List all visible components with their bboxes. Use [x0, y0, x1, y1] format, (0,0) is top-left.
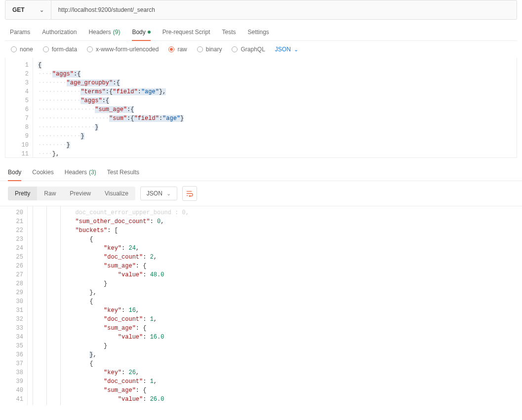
- line-number: 3: [5, 78, 29, 87]
- tab-prerequest[interactable]: Pre-request Script: [162, 26, 210, 40]
- line-number: 1: [5, 61, 29, 70]
- http-method-select[interactable]: GET ⌄: [5, 0, 51, 19]
- code-line: ············"aggs":{: [38, 96, 512, 105]
- body-graphql[interactable]: GraphQL: [232, 46, 265, 53]
- tab-headers[interactable]: Headers (9): [88, 26, 120, 40]
- line-number: 9: [5, 132, 29, 141]
- code-line: },: [33, 288, 517, 297]
- view-raw[interactable]: Raw: [37, 187, 63, 200]
- line-number: 36: [0, 350, 23, 359]
- radio-label: raw: [177, 46, 187, 53]
- code-line: ········"age_groupby":{: [38, 78, 512, 87]
- resp-tab-testresults[interactable]: Test Results: [107, 166, 139, 181]
- chevron-down-icon: ⌄: [40, 7, 44, 13]
- line-number: 38: [0, 368, 23, 377]
- line-number: 27: [0, 270, 23, 279]
- line-number: 30: [0, 297, 23, 306]
- line-number: 22: [0, 226, 23, 235]
- code-line: ············}: [38, 132, 512, 141]
- tab-label: Headers: [65, 169, 87, 176]
- tab-label: Body: [8, 169, 21, 176]
- tab-body[interactable]: Body: [132, 26, 150, 40]
- code-line: "sum_age": {: [33, 324, 517, 333]
- body-raw[interactable]: raw: [168, 46, 187, 53]
- indent-guide: [46, 206, 47, 405]
- view-visualize[interactable]: Visualize: [98, 187, 135, 200]
- line-number: 35: [0, 342, 23, 350]
- code-line: "sum_age": {: [33, 386, 517, 395]
- tab-label: Body: [132, 29, 145, 36]
- radio-icon: [87, 46, 93, 52]
- code-line: {: [33, 359, 517, 368]
- line-number: 4: [5, 87, 29, 96]
- line-number: 10: [5, 141, 29, 150]
- code-line: {: [33, 235, 517, 244]
- tab-label: Headers: [88, 29, 111, 36]
- code-line: ····················"sum":{"field":"age"…: [38, 114, 512, 123]
- tab-label: Tests: [222, 29, 236, 36]
- tab-label: Pre-request Script: [162, 29, 210, 36]
- code-line: }: [33, 279, 517, 288]
- code-line: {: [33, 297, 517, 306]
- tab-tests[interactable]: Tests: [222, 26, 236, 40]
- line-number: 29: [0, 288, 23, 297]
- response-tabs: Body Cookies Headers(3) Test Results: [0, 161, 522, 181]
- response-view-buttons: Pretty Raw Preview Visualize: [8, 187, 135, 200]
- line-number: 20: [0, 208, 23, 217]
- code-line: "doc_count": 1,: [33, 315, 517, 324]
- code-line: "key": 24,: [33, 244, 517, 253]
- response-format-select[interactable]: JSON ⌄: [140, 187, 177, 200]
- line-wrap-button[interactable]: [182, 186, 197, 201]
- code-line: },: [33, 350, 517, 359]
- resp-tab-body[interactable]: Body: [8, 166, 21, 181]
- response-code-area[interactable]: 20 21 22 23 24 25 26 27 28 29 30 31 32 3…: [0, 206, 522, 405]
- request-gutter: 1 2 3 4 5 6 7 8 9 10 11: [5, 58, 33, 157]
- tab-authorization[interactable]: Authorization: [42, 26, 77, 40]
- line-number: 23: [0, 235, 23, 244]
- resp-tab-cookies[interactable]: Cookies: [32, 166, 53, 181]
- request-code-area[interactable]: 1 2 3 4 5 6 7 8 9 10 11 { ····"aggs":{ ·…: [5, 58, 517, 157]
- line-number: 32: [0, 315, 23, 324]
- tab-params[interactable]: Params: [10, 26, 30, 40]
- code-line: ····"aggs":{: [38, 70, 512, 78]
- tab-label: Test Results: [107, 169, 139, 176]
- radio-icon: [43, 46, 49, 52]
- code-line: {: [38, 61, 512, 70]
- tab-settings[interactable]: Settings: [248, 26, 269, 40]
- view-pretty[interactable]: Pretty: [8, 187, 37, 200]
- body-binary[interactable]: binary: [197, 46, 222, 53]
- view-preview[interactable]: Preview: [63, 187, 98, 200]
- line-number: 41: [0, 395, 23, 404]
- code-line: "sum_other_doc_count": 0,: [33, 217, 517, 226]
- response-format-value: JSON: [147, 190, 162, 197]
- code-line: doc_count_error_upper_bound : 0,: [33, 208, 517, 217]
- tab-label: Params: [10, 29, 30, 36]
- code-line: ················"sum_age":{: [38, 105, 512, 114]
- code-line: "value": 16.0: [33, 333, 517, 342]
- line-number: 24: [0, 244, 23, 253]
- body-none[interactable]: none: [11, 46, 33, 53]
- body-form-data[interactable]: form-data: [43, 46, 77, 53]
- code-line: "doc_count": 2,: [33, 253, 517, 262]
- line-number: 25: [0, 253, 23, 262]
- chevron-down-icon: ⌄: [166, 191, 171, 197]
- body-urlencoded[interactable]: x-www-form-urlencoded: [87, 46, 159, 53]
- url-input[interactable]: [51, 6, 517, 13]
- body-type-row: none form-data x-www-form-urlencoded raw…: [0, 41, 522, 58]
- radio-label: GraphQL: [241, 46, 265, 53]
- code-line: ················}: [38, 123, 512, 132]
- radio-label: x-www-form-urlencoded: [96, 46, 159, 53]
- line-number: 26: [0, 262, 23, 270]
- resp-tab-headers[interactable]: Headers(3): [65, 166, 96, 181]
- modified-dot-icon: [148, 31, 151, 34]
- radio-label: form-data: [52, 46, 77, 53]
- line-number: 2: [5, 70, 29, 78]
- radio-icon: [232, 46, 238, 52]
- line-number: 33: [0, 324, 23, 333]
- radio-icon: [168, 46, 174, 52]
- http-method-value: GET: [12, 6, 25, 13]
- code-line: }: [33, 404, 517, 405]
- code-line: "doc_count": 1,: [33, 377, 517, 386]
- body-format-select[interactable]: JSON ⌄: [275, 46, 298, 53]
- tab-label: Cookies: [32, 169, 53, 176]
